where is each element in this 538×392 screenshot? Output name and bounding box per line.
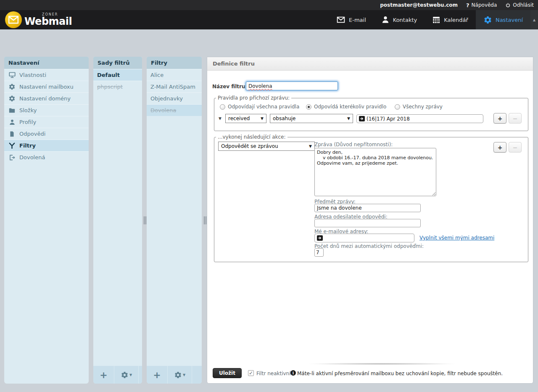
help-button[interactable]: ? Nápověda: [466, 2, 497, 8]
monitor-icon: [8, 71, 16, 79]
nav-label-email: E-mail: [349, 17, 366, 23]
filter-item-dovolena[interactable]: Dovolena: [147, 104, 202, 116]
logout-button[interactable]: Odhlásit: [505, 2, 534, 8]
calendar-icon: [432, 16, 440, 24]
filter-inactive-label: Filtr neaktivní: [256, 371, 291, 376]
main-nav: E-mail Kontakty Kalendář Nastavení ▲: [329, 10, 538, 29]
chevron-down-icon: ▼: [129, 373, 132, 377]
incoming-rules-fieldset: Pravidla pro příchozí zprávu:: [214, 95, 528, 131]
remove-rule-button[interactable]: −: [509, 113, 522, 124]
rule-value-input[interactable]: (16|17) Apr 2018: [356, 114, 483, 123]
question-icon: ?: [466, 2, 469, 8]
filter-sets-toolbar: + ▼: [93, 366, 142, 384]
person-icon: [8, 118, 16, 126]
addressbook-icon[interactable]: [317, 235, 323, 241]
column-splitter[interactable]: [203, 57, 206, 384]
rule-expander-chevron-icon[interactable]: ▼: [219, 116, 222, 121]
filter-menu-button[interactable]: ▼: [168, 366, 192, 384]
chevron-down-icon: ▼: [306, 144, 312, 148]
message-label: Zpráva (Důvod nepřítomnosti):: [314, 142, 393, 147]
filter-definition-panel: Definice filtru Název filtru: Dovolena P…: [207, 57, 533, 384]
nav-item-kalendar[interactable]: Kalendář: [425, 10, 476, 29]
filter-item-alice[interactable]: Alice: [147, 69, 202, 81]
sidebar-item-odpovedi[interactable]: Odpovědi: [4, 128, 89, 139]
filter-sets-title: Sady filtrů: [93, 57, 142, 69]
info-icon: i: [290, 370, 296, 376]
brand-webmail: Webmail: [24, 16, 72, 26]
nav-label-kontakty: Kontakty: [393, 17, 417, 23]
save-button[interactable]: Uložit: [213, 368, 242, 378]
sidebar-item-filtry[interactable]: Filtry: [4, 139, 89, 151]
chevron-down-icon: ▼: [183, 373, 185, 377]
nav-label-nastaveni: Nastavení: [496, 17, 523, 23]
add-rule-button[interactable]: +: [493, 113, 506, 124]
subject-input[interactable]: [314, 204, 421, 212]
plus-icon: +: [100, 370, 107, 380]
add-filter-button[interactable]: +: [147, 366, 168, 384]
nav-item-nastaveni[interactable]: Nastavení: [476, 10, 530, 29]
chevron-down-icon: ▼: [258, 116, 264, 121]
remove-action-button[interactable]: −: [509, 142, 522, 153]
topbar: postmaster@testwebu.com ? Nápověda Odhlá…: [0, 0, 538, 10]
filter-name-label: Název filtru:: [212, 84, 247, 89]
exit-icon: [8, 154, 16, 161]
check-icon: ✓: [249, 370, 253, 376]
radio-all-rules[interactable]: Odpovídají všechna pravidla: [220, 104, 299, 110]
sidebar-item-nastaveni-mailboxu[interactable]: Nastavení mailboxu: [4, 81, 89, 92]
nav-label-kalendar: Kalendář: [444, 17, 468, 23]
document-icon: [8, 130, 16, 137]
gear-icon: [8, 95, 16, 102]
rule-operator-select[interactable]: obsahuje ▼: [270, 114, 353, 123]
column-splitter[interactable]: [143, 57, 146, 384]
gear-icon: [8, 83, 16, 90]
user-email: postmaster@testwebu.com: [380, 2, 458, 8]
reply-address-input[interactable]: [314, 219, 421, 227]
splitter-grip-icon: [144, 216, 146, 224]
actions-legend: ...vykonej následující akce:: [216, 134, 287, 140]
logo-envelope-icon: [5, 11, 22, 28]
action-select[interactable]: Odpovědět se zprávou ▼: [218, 142, 315, 151]
chevron-down-icon: ▼: [345, 116, 350, 121]
filter-set-menu-button[interactable]: ▼: [114, 366, 139, 384]
splitter-grip-icon: [204, 216, 206, 224]
fill-all-addresses-link[interactable]: Vyplnit všemi mými adresami: [419, 235, 494, 241]
sidebar-item-vlastnosti[interactable]: Vlastnosti: [4, 69, 89, 81]
filter-set-default[interactable]: Default: [93, 69, 142, 81]
addressbook-icon[interactable]: [359, 116, 365, 121]
sidebar-item-slozky[interactable]: Složky: [4, 104, 89, 116]
navbar: ZONER Webmail E-mail Kontakty Kalendář N…: [0, 10, 538, 29]
radio-any-rule[interactable]: Odpovídá kterékoliv pravidlo: [306, 104, 386, 110]
help-label: Nápověda: [472, 2, 497, 8]
filter-item-objednavky[interactable]: Objednavky: [147, 92, 202, 104]
filter-set-phpscript[interactable]: phpscript: [93, 81, 142, 92]
filter-inactive-checkbox[interactable]: ✓: [248, 370, 254, 376]
radio-all-messages[interactable]: Všechny zprávy: [395, 104, 443, 110]
sidebar-item-dovolena[interactable]: Dovolená: [4, 151, 89, 163]
message-textarea[interactable]: Dobry den, v obdobi 16.-17. dubna 2018 m…: [314, 148, 436, 196]
add-filter-set-button[interactable]: +: [93, 366, 114, 384]
folder-icon: [8, 107, 16, 114]
divider-shadow: [279, 363, 485, 365]
my-addresses-input[interactable]: [314, 234, 414, 242]
gear-icon: [121, 371, 129, 379]
chevron-up-icon: ▲: [533, 18, 535, 22]
nav-item-kontakty[interactable]: Kontakty: [374, 10, 425, 29]
filter-sets-column: Sady filtrů Default phpscript + ▼: [93, 57, 142, 384]
filter-name-input[interactable]: Dovolena: [246, 82, 338, 90]
radio-icon: [395, 104, 400, 110]
add-action-button[interactable]: +: [493, 142, 506, 153]
nav-item-email[interactable]: E-mail: [329, 10, 374, 29]
sidebar-item-profily[interactable]: Profily: [4, 116, 89, 128]
filter-icon: [8, 142, 16, 149]
filters-title: Filtry: [147, 57, 202, 69]
envelope-icon: [336, 16, 345, 24]
filter-item-zmail-antispam[interactable]: Z-Mail AntiSpam: [147, 81, 202, 92]
webmail-logo[interactable]: ZONER Webmail: [0, 10, 72, 29]
rule-field-select[interactable]: received ▼: [225, 114, 266, 123]
days-between-input[interactable]: [314, 248, 324, 257]
radio-icon: [220, 104, 225, 110]
filters-toolbar: + ▼: [147, 366, 202, 384]
collapse-header-button[interactable]: ▲: [530, 10, 538, 29]
sidebar-item-nastaveni-domeny[interactable]: Nastavení domény: [4, 92, 89, 104]
panel-title: Definice filtru: [207, 57, 533, 71]
